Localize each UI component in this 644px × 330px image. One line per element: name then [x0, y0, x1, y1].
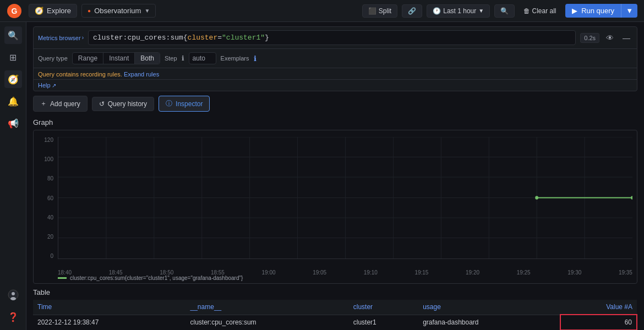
query-input-display[interactable]: cluster:cpu_cores:sum{cluster="cluster1"…: [88, 30, 576, 45]
sidebar-item-search[interactable]: 🔍: [4, 26, 22, 44]
query-type-label: Query type: [38, 55, 68, 62]
query-time-badge: 0.2s: [580, 33, 599, 43]
th-time: Time: [33, 300, 186, 315]
topbar: G 🧭 Explore ● Observatorium ▼ ⬛ Split 🔗 …: [0, 0, 644, 22]
table-title: Table: [33, 288, 637, 296]
more-options-button[interactable]: —: [620, 32, 632, 43]
split-label: Split: [379, 7, 391, 15]
y-axis: 0 20 40 60 80 100 120: [38, 137, 53, 259]
sidebar: 🔍 ⊞ 🧭 🔔 📢 ❓: [0, 22, 26, 330]
svg-point-3: [12, 292, 15, 295]
th-cluster: cluster: [349, 300, 418, 315]
x-label-1915: 19:15: [414, 270, 428, 276]
step-input[interactable]: [189, 52, 216, 64]
step-info-icon: ℹ: [182, 54, 184, 62]
th-usage: usage: [418, 300, 560, 315]
x-label-1900: 19:00: [262, 270, 276, 276]
both-toggle[interactable]: Both: [135, 53, 160, 64]
x-label-1905: 19:05: [313, 270, 326, 276]
eye-button[interactable]: 👁: [604, 32, 616, 43]
topbar-right: ⬛ Split 🔗 🕐 Last 1 hour ▼ 🔍 🗑 Clear all …: [362, 4, 637, 18]
cell-usage: grafana-dashboard: [418, 315, 560, 330]
cell-name: cluster:cpu_cores:sum: [186, 315, 349, 330]
help-link[interactable]: Help ↗: [38, 82, 632, 89]
query-input-row: Metrics browser › cluster:cpu_cores:sum{…: [34, 27, 637, 49]
chevron-down-icon: ▼: [478, 8, 484, 14]
zoom-button[interactable]: 🔍: [494, 4, 515, 18]
split-button[interactable]: ⬛ Split: [362, 4, 397, 18]
split-icon: ⬛: [368, 7, 376, 15]
legend-label: cluster:cpu_cores:sum{cluster="cluster1"…: [70, 275, 243, 281]
zoom-icon: 🔍: [500, 7, 509, 15]
svg-text:G: G: [12, 7, 18, 15]
sidebar-item-explore[interactable]: 🧭: [4, 70, 22, 88]
inspector-icon: ⓘ: [166, 99, 172, 108]
cell-cluster: cluster1: [349, 315, 418, 330]
data-table: Time __name__ cluster usage Value #A 202…: [33, 300, 637, 330]
th-name: __name__: [186, 300, 349, 315]
legend-color-swatch: [58, 277, 67, 279]
run-query-button[interactable]: ▶ Run query ▼: [565, 4, 637, 18]
x-label-1920: 19:20: [466, 270, 479, 276]
query-editor: Metrics browser › cluster:cpu_cores:sum{…: [33, 26, 637, 91]
share-button[interactable]: 🔗: [402, 4, 422, 18]
datasource-dot: ●: [88, 8, 91, 14]
table-section: Table Time __name__ cluster usage Value …: [33, 288, 637, 330]
chevron-down-icon: ▼: [144, 8, 150, 14]
run-query-label[interactable]: ▶ Run query: [565, 4, 621, 18]
datasource-selector[interactable]: ● Observatorium ▼: [81, 4, 156, 18]
instant-toggle[interactable]: Instant: [103, 53, 135, 64]
compass-icon: 🧭: [35, 7, 43, 15]
inspector-label: Inspector: [176, 100, 203, 108]
plus-icon: ＋: [40, 99, 47, 108]
cell-time: 2022-12-12 19:38:47: [33, 315, 186, 330]
add-query-button[interactable]: ＋ Add query: [33, 96, 88, 112]
y-label-60: 60: [38, 195, 53, 201]
y-label-0: 0: [38, 253, 53, 259]
metrics-browser-link[interactable]: Metrics browser ›: [38, 35, 84, 41]
recording-rules-row: Query contains recording rules. Expand r…: [34, 68, 637, 80]
run-query-chevron[interactable]: ▼: [621, 4, 637, 18]
query-history-label: Query history: [108, 100, 147, 108]
expand-rules-link[interactable]: Expand rules: [124, 71, 159, 78]
y-label-40: 40: [38, 215, 53, 221]
recording-rules-text: Query contains recording rules. Expand r…: [38, 71, 159, 78]
exemplars-icon: ℹ: [254, 54, 256, 63]
clear-all-button[interactable]: 🗑 Clear all: [519, 5, 560, 17]
add-query-label: Add query: [50, 100, 80, 108]
datasource-name: Observatorium: [94, 7, 141, 15]
sidebar-item-help[interactable]: ❓: [4, 308, 22, 326]
x-label-1925: 19:25: [517, 270, 531, 276]
exemplars-label: Exemplars: [221, 55, 249, 62]
svg-point-23: [535, 196, 538, 200]
inspector-button[interactable]: ⓘ Inspector: [159, 96, 210, 112]
sidebar-item-notifications[interactable]: 📢: [4, 114, 22, 132]
help-row: Help ↗: [34, 80, 637, 91]
history-icon: ↺: [99, 100, 105, 108]
svg-point-4: [10, 297, 16, 300]
sidebar-item-alerting[interactable]: 🔔: [4, 92, 22, 110]
action-bar: ＋ Add query ↺ Query history ⓘ Inspector: [33, 96, 637, 112]
legend-row: cluster:cpu_cores:sum{cluster="cluster1"…: [58, 275, 243, 281]
x-label-1935: 19:35: [619, 270, 632, 276]
time-range-button[interactable]: 🕐 Last 1 hour ▼: [427, 4, 490, 18]
chevron-right-icon: ›: [82, 35, 84, 41]
query-history-button[interactable]: ↺ Query history: [92, 97, 154, 111]
range-toggle[interactable]: Range: [73, 53, 103, 64]
query-type-toggle: Range Instant Both: [72, 52, 160, 64]
th-value: Value #A: [560, 300, 637, 315]
y-label-100: 100: [38, 156, 53, 162]
explore-button[interactable]: 🧭 Explore: [29, 4, 77, 18]
sidebar-item-avatar[interactable]: [4, 286, 22, 304]
clear-all-label: Clear all: [532, 7, 556, 15]
grafana-logo-icon[interactable]: G: [7, 3, 22, 19]
chart-svg: [58, 137, 632, 258]
sidebar-item-dashboards[interactable]: ⊞: [4, 48, 22, 66]
content-area: Metrics browser › cluster:cpu_cores:sum{…: [26, 22, 644, 330]
time-label: Last 1 hour: [443, 7, 476, 15]
graph-section: Graph 0 20 40 60 80 100 120: [33, 118, 637, 284]
y-label-120: 120: [38, 137, 53, 143]
clear-icon: 🗑: [523, 7, 530, 15]
table-row: 2022-12-12 19:38:47 cluster:cpu_cores:su…: [33, 315, 637, 330]
clock-icon: 🕐: [433, 7, 441, 15]
